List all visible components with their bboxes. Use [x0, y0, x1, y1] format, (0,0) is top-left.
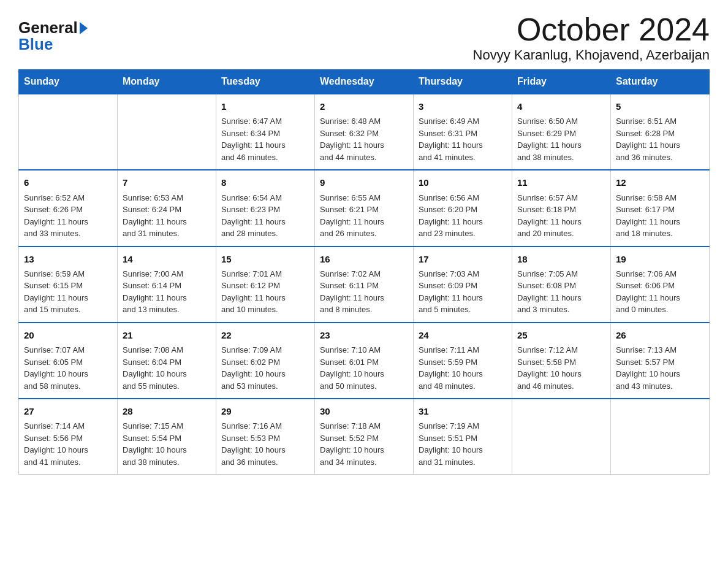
day-info: Sunrise: 6:53 AMSunset: 6:24 PMDaylight:…	[123, 192, 211, 240]
day-number: 15	[221, 252, 309, 266]
calendar-cell: 26Sunrise: 7:13 AMSunset: 5:57 PMDayligh…	[611, 323, 710, 399]
col-header-tuesday: Tuesday	[216, 70, 315, 94]
day-info: Sunrise: 7:14 AMSunset: 5:56 PMDaylight:…	[24, 420, 112, 468]
col-header-thursday: Thursday	[414, 70, 512, 94]
col-header-friday: Friday	[512, 70, 611, 94]
day-info: Sunrise: 6:52 AMSunset: 6:26 PMDaylight:…	[24, 192, 112, 240]
day-info: Sunrise: 7:07 AMSunset: 6:05 PMDaylight:…	[24, 344, 112, 392]
calendar-cell	[611, 399, 710, 475]
day-info: Sunrise: 6:49 AMSunset: 6:31 PMDaylight:…	[419, 115, 507, 163]
col-header-wednesday: Wednesday	[315, 70, 414, 94]
calendar-cell: 15Sunrise: 7:01 AMSunset: 6:12 PMDayligh…	[216, 247, 315, 323]
calendar-cell: 16Sunrise: 7:02 AMSunset: 6:11 PMDayligh…	[315, 247, 414, 323]
title-area: October 2024 Novyy Karanlug, Khojavend, …	[473, 12, 710, 63]
day-info: Sunrise: 7:02 AMSunset: 6:11 PMDaylight:…	[320, 268, 408, 316]
calendar-cell: 27Sunrise: 7:14 AMSunset: 5:56 PMDayligh…	[19, 399, 118, 475]
day-number: 12	[616, 175, 704, 190]
logo: General Blue	[18, 18, 88, 54]
day-number: 8	[221, 175, 309, 190]
calendar-cell: 29Sunrise: 7:16 AMSunset: 5:53 PMDayligh…	[216, 399, 315, 475]
calendar-cell: 12Sunrise: 6:58 AMSunset: 6:17 PMDayligh…	[611, 170, 710, 246]
day-number: 21	[123, 328, 211, 342]
day-number: 6	[24, 175, 112, 190]
day-number: 31	[419, 404, 507, 418]
day-info: Sunrise: 7:12 AMSunset: 5:58 PMDaylight:…	[517, 344, 605, 392]
calendar-cell: 4Sunrise: 6:50 AMSunset: 6:29 PMDaylight…	[512, 94, 611, 170]
calendar-cell: 7Sunrise: 6:53 AMSunset: 6:24 PMDaylight…	[118, 170, 216, 246]
calendar-cell	[19, 94, 118, 170]
calendar-cell: 13Sunrise: 6:59 AMSunset: 6:15 PMDayligh…	[19, 247, 118, 323]
col-header-monday: Monday	[118, 70, 216, 94]
calendar-cell: 30Sunrise: 7:18 AMSunset: 5:52 PMDayligh…	[315, 399, 414, 475]
day-info: Sunrise: 7:10 AMSunset: 6:01 PMDaylight:…	[320, 344, 408, 392]
calendar-cell: 6Sunrise: 6:52 AMSunset: 6:26 PMDaylight…	[19, 170, 118, 246]
day-number: 13	[24, 252, 112, 266]
location-subtitle: Novyy Karanlug, Khojavend, Azerbaijan	[473, 47, 710, 63]
calendar-body: 1Sunrise: 6:47 AMSunset: 6:34 PMDaylight…	[19, 94, 710, 475]
calendar-header: SundayMondayTuesdayWednesdayThursdayFrid…	[19, 70, 710, 94]
day-info: Sunrise: 7:00 AMSunset: 6:14 PMDaylight:…	[123, 268, 211, 316]
day-number: 23	[320, 328, 408, 342]
col-header-sunday: Sunday	[19, 70, 118, 94]
calendar-cell: 25Sunrise: 7:12 AMSunset: 5:58 PMDayligh…	[512, 323, 611, 399]
day-number: 22	[221, 328, 309, 342]
day-number: 11	[517, 175, 605, 190]
day-number: 1	[221, 99, 309, 113]
day-info: Sunrise: 7:05 AMSunset: 6:08 PMDaylight:…	[517, 268, 605, 316]
logo-arrow-icon	[80, 22, 88, 34]
day-info: Sunrise: 6:57 AMSunset: 6:18 PMDaylight:…	[517, 192, 605, 240]
calendar-cell	[512, 399, 611, 475]
day-info: Sunrise: 7:06 AMSunset: 6:06 PMDaylight:…	[616, 268, 704, 316]
day-number: 10	[419, 175, 507, 190]
day-info: Sunrise: 7:11 AMSunset: 5:59 PMDaylight:…	[419, 344, 507, 392]
calendar-week-3: 13Sunrise: 6:59 AMSunset: 6:15 PMDayligh…	[19, 247, 710, 323]
calendar-cell: 24Sunrise: 7:11 AMSunset: 5:59 PMDayligh…	[414, 323, 512, 399]
calendar-cell: 9Sunrise: 6:55 AMSunset: 6:21 PMDaylight…	[315, 170, 414, 246]
day-info: Sunrise: 7:16 AMSunset: 5:53 PMDaylight:…	[221, 420, 309, 468]
day-info: Sunrise: 7:09 AMSunset: 6:02 PMDaylight:…	[221, 344, 309, 392]
day-number: 14	[123, 252, 211, 266]
calendar-cell: 17Sunrise: 7:03 AMSunset: 6:09 PMDayligh…	[414, 247, 512, 323]
day-info: Sunrise: 6:47 AMSunset: 6:34 PMDaylight:…	[221, 115, 309, 163]
calendar-cell: 18Sunrise: 7:05 AMSunset: 6:08 PMDayligh…	[512, 247, 611, 323]
day-info: Sunrise: 6:58 AMSunset: 6:17 PMDaylight:…	[616, 192, 704, 240]
calendar-cell	[118, 94, 216, 170]
calendar-cell: 21Sunrise: 7:08 AMSunset: 6:04 PMDayligh…	[118, 323, 216, 399]
day-number: 18	[517, 252, 605, 266]
day-info: Sunrise: 6:56 AMSunset: 6:20 PMDaylight:…	[419, 192, 507, 240]
day-number: 26	[616, 328, 704, 342]
day-info: Sunrise: 7:01 AMSunset: 6:12 PMDaylight:…	[221, 268, 309, 316]
logo-blue-text: Blue	[18, 35, 88, 54]
calendar-cell: 11Sunrise: 6:57 AMSunset: 6:18 PMDayligh…	[512, 170, 611, 246]
calendar-cell: 28Sunrise: 7:15 AMSunset: 5:54 PMDayligh…	[118, 399, 216, 475]
day-number: 16	[320, 252, 408, 266]
day-number: 20	[24, 328, 112, 342]
calendar-week-1: 1Sunrise: 6:47 AMSunset: 6:34 PMDaylight…	[19, 94, 710, 170]
day-info: Sunrise: 6:55 AMSunset: 6:21 PMDaylight:…	[320, 192, 408, 240]
col-header-saturday: Saturday	[611, 70, 710, 94]
day-number: 28	[123, 404, 211, 418]
calendar-table: SundayMondayTuesdayWednesdayThursdayFrid…	[18, 69, 710, 475]
calendar-cell: 14Sunrise: 7:00 AMSunset: 6:14 PMDayligh…	[118, 247, 216, 323]
calendar-cell: 8Sunrise: 6:54 AMSunset: 6:23 PMDaylight…	[216, 170, 315, 246]
day-number: 5	[616, 99, 704, 113]
day-number: 9	[320, 175, 408, 190]
day-number: 17	[419, 252, 507, 266]
calendar-cell: 5Sunrise: 6:51 AMSunset: 6:28 PMDaylight…	[611, 94, 710, 170]
month-title: October 2024	[473, 12, 710, 47]
page-header: General Blue October 2024 Novyy Karanlug…	[18, 12, 710, 63]
day-info: Sunrise: 6:54 AMSunset: 6:23 PMDaylight:…	[221, 192, 309, 240]
day-number: 27	[24, 404, 112, 418]
day-info: Sunrise: 7:03 AMSunset: 6:09 PMDaylight:…	[419, 268, 507, 316]
day-info: Sunrise: 6:51 AMSunset: 6:28 PMDaylight:…	[616, 115, 704, 163]
calendar-week-4: 20Sunrise: 7:07 AMSunset: 6:05 PMDayligh…	[19, 323, 710, 399]
calendar-cell: 22Sunrise: 7:09 AMSunset: 6:02 PMDayligh…	[216, 323, 315, 399]
calendar-week-2: 6Sunrise: 6:52 AMSunset: 6:26 PMDaylight…	[19, 170, 710, 246]
day-number: 2	[320, 99, 408, 113]
day-number: 3	[419, 99, 507, 113]
day-info: Sunrise: 7:15 AMSunset: 5:54 PMDaylight:…	[123, 420, 211, 468]
day-info: Sunrise: 6:59 AMSunset: 6:15 PMDaylight:…	[24, 268, 112, 316]
day-info: Sunrise: 6:50 AMSunset: 6:29 PMDaylight:…	[517, 115, 605, 163]
calendar-cell: 3Sunrise: 6:49 AMSunset: 6:31 PMDaylight…	[414, 94, 512, 170]
calendar-cell: 10Sunrise: 6:56 AMSunset: 6:20 PMDayligh…	[414, 170, 512, 246]
